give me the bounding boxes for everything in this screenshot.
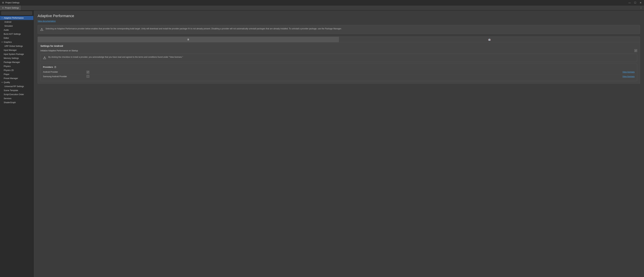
sidebar-item-label: Script Execution Order [4,93,24,96]
sidebar-item-memory-settings[interactable]: Memory Settings [0,56,34,60]
initialize-checkbox[interactable] [634,49,637,52]
sidebar-item-label: Input System Package [4,53,24,55]
tab-android[interactable]: 🤖 [339,37,640,42]
minimize-button[interactable]: — [628,1,632,4]
sidebar-item-label: Graphics [4,41,12,43]
sidebar-item-input-manager[interactable]: Input Manager [0,48,34,52]
gear-icon: ⚙ [2,7,4,9]
search-wrap [1,12,32,15]
sidebar-item-label: Quality [4,81,10,84]
sidebar-item-script-execution[interactable]: Script Execution Order [0,92,34,96]
sidebar-item-adaptive-performance[interactable]: Adaptive Performance [0,16,34,20]
sidebar-item-package-manager[interactable]: Package Manager [0,60,34,64]
sidebar-item-label: Audio [4,29,9,31]
info-box: ⚠ Selecting an Adaptive Performance prov… [38,25,640,34]
samsung-provider-check [86,75,92,78]
settings-panel: Settings for Android Initialize Adaptive… [38,42,640,84]
view-docs-link[interactable]: View documentation [38,20,56,22]
search-input[interactable] [1,12,32,15]
sidebar-item-quality[interactable]: Quality [0,80,34,84]
sidebar-item-label: Editor [4,37,9,39]
close-button[interactable]: ✕ [639,1,642,4]
providers-header: Providers ? [43,66,634,68]
provider-row-android: Android Provider View licenses [43,70,634,74]
android-provider-name: Android Provider [43,71,85,73]
main-layout: Adaptive PerformanceAndroidSimulatorAudi… [0,10,644,277]
desktop-icon: 🖥 [187,38,190,41]
sidebar-item-label: Physics 2D [4,69,14,72]
warning-box: ⚠ By clicking the checkbox to install a … [40,54,637,62]
samsung-provider-name: Samsung Android Provider [43,75,85,78]
window-controls: — ☐ ✕ [628,1,642,4]
sidebar-item-input-system[interactable]: Input System Package [0,52,34,56]
sidebar-item-label: Adaptive Performance [4,17,24,19]
sidebar-item-label: Package Manager [4,61,20,64]
sidebar-item-burst-aot[interactable]: Burst AOT Settings [0,32,34,36]
sidebar-item-label: Scene Template [4,89,18,92]
sidebar-item-label: Physics [4,65,10,68]
sidebar-item-universal-rp[interactable]: Universal RP Settings [0,84,34,88]
sidebar-item-label: Burst AOT Settings [4,33,21,35]
sidebar-item-label: Player [4,73,10,76]
page-title: Adaptive Performance [38,14,640,18]
arrow-icon [1,82,3,83]
sidebar-item-audio[interactable]: Audio [0,28,34,32]
sidebar-item-label: Universal RP Settings [4,85,24,88]
sidebar-item-label: Memory Settings [4,57,19,60]
sidebar-item-services[interactable]: Services [0,96,34,100]
providers-section: Providers ? Android Provider View licens… [40,64,637,81]
arrow-icon [1,17,3,19]
tab-desktop[interactable]: 🖥 [38,37,339,42]
tab-label: Project Settings [5,7,19,9]
sidebar-item-label: Services [4,97,12,100]
sidebar-item-label: URP Global Settings [4,45,23,47]
settings-for-title: Settings for Android [40,45,637,47]
android-view-licenses-link[interactable]: View licenses [622,71,634,73]
title-bar: ⚙ Project Settings — ☐ ✕ [0,0,644,5]
app-icon: ⚙ [2,1,4,4]
sidebar-item-physics[interactable]: Physics [0,64,34,68]
sidebar-item-urp-global[interactable]: URP Global Settings [0,44,34,48]
platform-tab-strip: 🖥 🤖 [38,36,640,42]
help-icon[interactable]: ? [54,66,56,68]
sidebar-item-editor[interactable]: Editor [0,36,34,40]
sidebar-item-android[interactable]: Android [0,20,34,24]
sidebar-item-label: Preset Manager [4,77,18,80]
tab-project-settings[interactable]: ⚙ Project Settings [0,5,21,10]
sidebar-item-player[interactable]: Player [0,72,34,76]
sidebar-items-container: Adaptive PerformanceAndroidSimulatorAudi… [0,16,34,104]
maximize-button[interactable]: ☐ [634,1,637,4]
provider-row-samsung: Samsung Android Provider View licenses [43,74,634,79]
sidebar-item-physics-2d[interactable]: Physics 2D [0,68,34,72]
sidebar-item-label: Android [4,21,11,23]
android-provider-checkbox[interactable] [86,71,89,74]
tab-bar: ⚙ Project Settings ⋮ [0,5,644,10]
warning-text: By clicking the checkbox to install a pr… [48,56,183,58]
samsung-view-licenses-link[interactable]: View licenses [622,75,634,78]
tab-more-options[interactable]: ⋮ [638,5,644,10]
sidebar-item-scene-template[interactable]: Scene Template [0,88,34,92]
initialize-row: Initialize Adaptive Performance on Start… [40,49,637,52]
android-icon: 🤖 [488,38,491,41]
android-provider-check [86,71,92,74]
sidebar-item-graphics[interactable]: Graphics [0,40,34,44]
providers-title: Providers [43,66,53,68]
sidebar-item-label: Input Manager [4,49,16,51]
search-bar [0,10,34,16]
window-title: Project Settings [5,2,20,4]
content-area: Adaptive Performance View documentation … [34,10,644,277]
sidebar-item-simulator[interactable]: Simulator [0,24,34,28]
arrow-icon [1,41,3,43]
info-icon: ⚠ [40,27,44,32]
info-text: Selecting an Adaptive Performance provid… [46,27,342,30]
sidebar-item-preset-manager[interactable]: Preset Manager [0,76,34,80]
sidebar-item-label: Simulator [4,25,13,27]
sidebar-item-shader-graph[interactable]: ShaderGraph [0,100,34,104]
sidebar: Adaptive PerformanceAndroidSimulatorAudi… [0,10,34,277]
sidebar-item-label: ShaderGraph [4,101,16,104]
samsung-provider-checkbox[interactable] [86,75,89,78]
warning-icon: ⚠ [43,56,46,60]
initialize-label: Initialize Adaptive Performance on Start… [40,50,633,52]
